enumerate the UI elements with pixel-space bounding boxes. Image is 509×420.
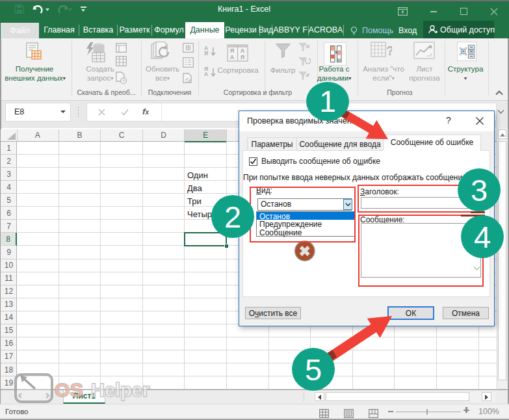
svg-text:А: А xyxy=(230,54,235,60)
svg-text:Helper: Helper xyxy=(91,380,150,400)
svg-text:OS: OS xyxy=(55,379,83,400)
svg-text:Я: Я xyxy=(230,47,234,54)
svg-text:?: ? xyxy=(386,44,392,58)
svg-text:А: А xyxy=(241,47,245,54)
svg-text:Я: Я xyxy=(241,54,244,60)
